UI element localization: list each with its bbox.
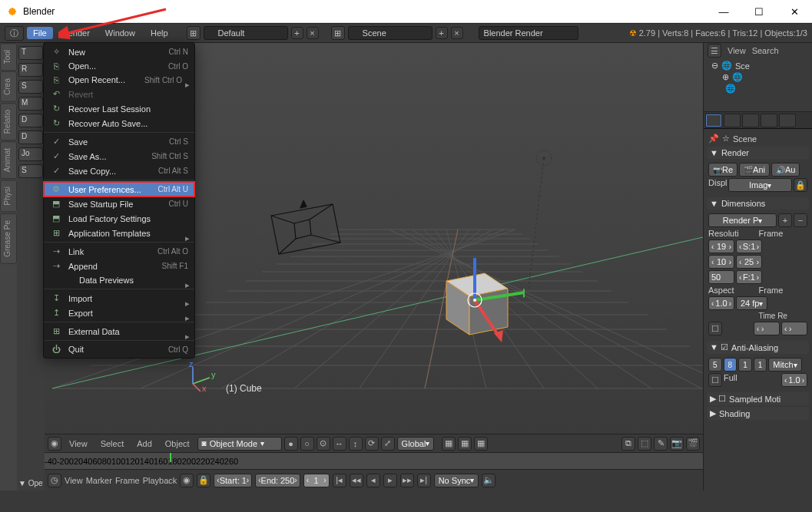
- camera-icon[interactable]: 📷: [670, 437, 684, 451]
- shelf-button[interactable]: T: [18, 46, 43, 60]
- play-icon[interactable]: ▸: [383, 474, 397, 487]
- current-frame-input[interactable]: ‹1›: [303, 474, 330, 487]
- old-input[interactable]: ‹ ›: [754, 322, 780, 335]
- maximize-button[interactable]: ☐: [741, 0, 777, 23]
- outliner-type-icon[interactable]: ☰: [708, 44, 721, 58]
- file-menu-quit[interactable]: ⏻QuitCtrl Q: [44, 342, 194, 356]
- manip-move-icon[interactable]: ↕: [349, 437, 363, 451]
- file-menu-save[interactable]: ✓SaveCtrl S: [44, 134, 194, 149]
- lock-icon[interactable]: 🔒: [197, 474, 210, 487]
- autokey-icon[interactable]: ◉: [180, 474, 194, 487]
- scene-del-button[interactable]: ×: [451, 27, 463, 39]
- operator-panel-header[interactable]: ▼ Ope: [18, 479, 43, 487]
- menu-select[interactable]: Select: [95, 439, 130, 448]
- border-checkbox[interactable]: ☐: [708, 322, 722, 335]
- tl-menu-marker[interactable]: Marker: [86, 476, 112, 485]
- filter-size-input[interactable]: ‹1.0›: [781, 373, 807, 387]
- shading-section-header[interactable]: ▶ Shading: [707, 407, 809, 420]
- file-menu-recover-auto-save-[interactable]: ↻Recover Auto Save...: [44, 116, 194, 130]
- tool-tab-crea[interactable]: Crea: [0, 71, 17, 102]
- layout-field[interactable]: Default: [204, 26, 288, 40]
- scene-field[interactable]: Scene: [348, 26, 433, 40]
- tl-menu-view[interactable]: View: [65, 476, 83, 485]
- menu-file[interactable]: File: [27, 27, 53, 39]
- filter-select[interactable]: Mitch ▾: [768, 358, 801, 372]
- scene-tab-icon[interactable]: [742, 114, 759, 127]
- aa-5-button[interactable]: 5: [708, 358, 722, 372]
- aa-16-button[interactable]: 1: [754, 358, 767, 372]
- speaker-icon[interactable]: 🔈: [482, 474, 495, 487]
- res-pct-input[interactable]: 50: [708, 270, 734, 284]
- file-menu-load-factory-settings[interactable]: ⬒Load Factory Settings: [44, 211, 194, 226]
- sync-select[interactable]: No Sync ▾: [434, 474, 479, 487]
- shading-wire-icon[interactable]: ○: [300, 437, 314, 451]
- editor-type-icon[interactable]: ⓘ: [5, 26, 24, 41]
- file-menu-import[interactable]: ↧Import: [44, 291, 194, 306]
- close-button[interactable]: ✕: [777, 0, 812, 23]
- aa-8-button[interactable]: 8: [724, 358, 737, 372]
- start-frame-input[interactable]: ‹Start: 1›: [214, 474, 252, 487]
- fps-select[interactable]: 24 fp ▾: [736, 296, 767, 310]
- scene-add-button[interactable]: +: [436, 27, 448, 39]
- file-menu-recover-last-session[interactable]: ↻Recover Last Session: [44, 101, 194, 116]
- render-preset-select[interactable]: Render P ▾: [708, 213, 777, 227]
- aspect-input[interactable]: ‹1.0›: [708, 296, 734, 310]
- file-menu-user-preferences-[interactable]: ⚙User Preferences...Ctrl Alt U: [44, 182, 194, 197]
- audio-button[interactable]: 🔊Au: [771, 163, 800, 177]
- outliner-row[interactable]: 🌐: [707, 83, 809, 94]
- dimensions-section-header[interactable]: ▼ Dimensions: [707, 197, 809, 210]
- layer-2-button[interactable]: ▦: [458, 437, 472, 451]
- menu-object[interactable]: Object: [160, 439, 195, 448]
- object-tab-icon[interactable]: [779, 114, 796, 127]
- file-menu-new[interactable]: ✧NewCtrl N: [44, 45, 194, 59]
- timeline-type-icon[interactable]: ◷: [48, 474, 61, 487]
- shading-solid-icon[interactable]: ●: [284, 437, 298, 451]
- jump-start-icon[interactable]: |◂: [333, 474, 346, 487]
- res-x-input[interactable]: ‹19›: [708, 239, 734, 253]
- render-tab-icon[interactable]: [705, 114, 722, 127]
- key-next-icon[interactable]: ▸▸: [400, 474, 414, 487]
- shelf-button[interactable]: R: [18, 63, 43, 77]
- cube-object[interactable]: [433, 258, 525, 350]
- file-menu-external-data[interactable]: ⊞External Data: [44, 324, 194, 339]
- layout-del-button[interactable]: ×: [307, 27, 319, 39]
- snap-icon[interactable]: ⧉: [621, 437, 635, 451]
- tool-tab-grease pe[interactable]: Grease Pe: [0, 213, 17, 264]
- aa-11-button[interactable]: 1: [738, 358, 752, 372]
- outliner-view[interactable]: View: [727, 46, 746, 55]
- file-menu-save-startup-file[interactable]: ⬒Save Startup FileCtrl U: [44, 197, 194, 211]
- shelf-button[interactable]: D: [18, 130, 43, 144]
- shelf-button[interactable]: M: [18, 97, 43, 111]
- lamp-object[interactable]: [529, 143, 559, 296]
- tool-tab-physi[interactable]: Physi: [0, 180, 17, 212]
- file-menu-data-previews[interactable]: Data Previews: [44, 273, 194, 287]
- play-rev-icon[interactable]: ◂: [366, 474, 380, 487]
- frame-step-input[interactable]: ‹F:1›: [736, 270, 762, 284]
- screen-browse-icon[interactable]: ⊞: [187, 26, 201, 40]
- frame-start-input[interactable]: ‹S:1›: [736, 239, 762, 253]
- end-frame-input[interactable]: ‹End: 250›: [255, 474, 300, 487]
- outliner-row[interactable]: ⊖🌐Sce: [707, 60, 809, 71]
- display-select[interactable]: Imag ▾: [728, 178, 792, 192]
- aa-section-header[interactable]: ▼ ☑ Anti-Aliasing: [707, 341, 809, 354]
- sampled-section-header[interactable]: ▶ ☐ Sampled Moti: [707, 392, 809, 405]
- properties-panel[interactable]: 📌☆Scene ▼ Render 📷Re 🎬Ani 🔊Au DisplImag …: [704, 129, 812, 491]
- new-input[interactable]: ‹ ›: [781, 322, 807, 335]
- tl-menu-frame[interactable]: Frame: [115, 476, 140, 485]
- scene-browse-icon[interactable]: ⊞: [331, 26, 345, 40]
- menu-view[interactable]: View: [64, 439, 93, 448]
- shelf-button[interactable]: Jo: [18, 147, 43, 161]
- render-section-header[interactable]: ▼ Render: [707, 147, 809, 159]
- jump-end-icon[interactable]: ▸|: [417, 474, 431, 487]
- file-menu-open-recent-[interactable]: ⎘Open Recent...Shift Ctrl O: [44, 73, 194, 87]
- manip-toggle-icon[interactable]: ↔: [333, 437, 346, 451]
- gpencil-icon[interactable]: ✎: [654, 437, 668, 451]
- manip-scale-icon[interactable]: ⤢: [381, 437, 395, 451]
- tl-menu-playback[interactable]: Playback: [143, 476, 177, 485]
- tool-tab-relatio[interactable]: Relatio: [0, 103, 17, 140]
- view-type-icon[interactable]: ◉: [48, 437, 61, 451]
- file-menu-link[interactable]: ⇢LinkCtrl Alt O: [44, 244, 194, 259]
- renderlayers-tab-icon[interactable]: [724, 114, 741, 127]
- file-menu-save-as-[interactable]: ✓Save As...Shift Ctrl S: [44, 149, 194, 164]
- shelf-button[interactable]: S: [18, 164, 43, 178]
